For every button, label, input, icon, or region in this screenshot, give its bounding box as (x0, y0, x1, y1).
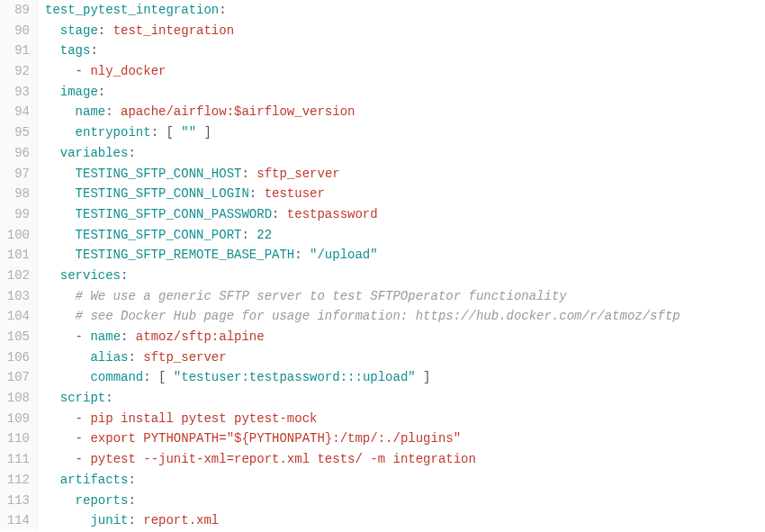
line-number: 97 (0, 164, 30, 185)
code-line[interactable]: - export PYTHONPATH="${PYTHONPATH}:/tmp/… (45, 428, 765, 449)
token: tags (60, 43, 91, 58)
token: "" (181, 125, 196, 140)
token: sftp_server (143, 350, 226, 365)
token: testuser (265, 186, 325, 201)
line-number: 106 (0, 347, 30, 368)
line-number: 101 (0, 245, 30, 266)
token: : (241, 167, 256, 181)
token: : (105, 391, 112, 405)
token: name (76, 104, 106, 119)
code-line[interactable]: tags: (45, 41, 765, 61)
token: : [ (143, 370, 174, 384)
token: apache/airflow:$airflow_version (121, 104, 355, 119)
token: entrypoint (76, 125, 151, 140)
code-line[interactable]: - name: atmoz/sftp:alpine (45, 327, 765, 347)
token: : (128, 146, 135, 160)
token: - (76, 411, 91, 426)
line-number: 105 (0, 327, 30, 347)
token: : (241, 228, 256, 242)
code-line[interactable]: alias: sftp_server (45, 347, 765, 368)
code-line[interactable]: variables: (45, 143, 765, 164)
line-number: 112 (0, 470, 30, 491)
token: : (294, 248, 310, 262)
code-line[interactable]: entrypoint: [ "" ] (45, 122, 765, 143)
token: : (121, 268, 128, 283)
code-line[interactable]: TESTING_SFTP_REMOTE_BASE_PATH: "/upload" (45, 245, 765, 266)
token: name (90, 329, 121, 344)
code-editor: 8990919293949596979899100101102103104105… (0, 0, 765, 531)
token: alias (90, 350, 128, 365)
code-line[interactable]: # see Docker Hub page for usage informat… (45, 306, 765, 327)
code-line[interactable]: command: [ "testuser:testpassword:::uplo… (45, 367, 765, 388)
code-line[interactable]: stage: test_integration (45, 21, 765, 41)
line-number: 100 (0, 225, 30, 246)
code-line[interactable]: TESTING_SFTP_CONN_PASSWORD: testpassword (45, 204, 765, 225)
line-number: 111 (0, 449, 30, 470)
token: export PYTHONPATH="${PYTHONPATH}:/tmp/:.… (90, 431, 461, 446)
line-number: 90 (0, 21, 30, 41)
code-line[interactable]: reports: (45, 491, 765, 511)
token: : (98, 23, 113, 38)
token: TESTING_SFTP_CONN_LOGIN (76, 186, 249, 201)
token: - (76, 329, 91, 344)
line-number: 107 (0, 367, 30, 388)
code-line[interactable]: name: apache/airflow:$airflow_version (45, 102, 765, 122)
code-line[interactable]: TESTING_SFTP_CONN_HOST: sftp_server (45, 164, 765, 185)
token: services (60, 268, 121, 283)
token: pytest --junit-xml=report.xml tests/ -m … (90, 452, 475, 466)
line-number-gutter: 8990919293949596979899100101102103104105… (0, 0, 38, 531)
token: ] (416, 370, 431, 384)
line-number: 114 (0, 510, 30, 531)
token: "/upload" (310, 248, 378, 262)
line-number: 103 (0, 286, 30, 307)
code-line[interactable]: image: (45, 82, 765, 103)
token: : (90, 43, 97, 58)
token: : (105, 104, 121, 119)
token: test_pytest_integration (45, 3, 219, 17)
code-line[interactable]: test_pytest_integration: (45, 0, 765, 21)
token: : (249, 186, 265, 201)
token: 22 (256, 228, 272, 242)
token: pip install pytest pytest-mock (90, 411, 317, 426)
line-number: 113 (0, 491, 30, 511)
token: - (76, 431, 91, 446)
code-line[interactable]: - pip install pytest pytest-mock (45, 409, 765, 429)
token: testpassword (287, 207, 378, 221)
token: : [ (151, 125, 182, 140)
line-number: 92 (0, 61, 30, 82)
token: test_integration (113, 23, 234, 38)
code-line[interactable]: services: (45, 266, 765, 286)
token: variables (60, 146, 129, 160)
token: ] (196, 125, 212, 140)
token: TESTING_SFTP_REMOTE_BASE_PATH (76, 248, 295, 262)
line-number: 109 (0, 409, 30, 429)
token: script (60, 391, 105, 405)
code-line[interactable]: script: (45, 388, 765, 409)
token: "testuser:testpassword:::upload" (174, 370, 416, 384)
token: : (219, 3, 226, 17)
code-line[interactable]: artifacts: (45, 470, 765, 491)
code-line[interactable]: - pytest --junit-xml=report.xml tests/ -… (45, 449, 765, 470)
token: stage (60, 23, 98, 38)
code-line[interactable]: TESTING_SFTP_CONN_LOGIN: testuser (45, 184, 765, 204)
line-number: 108 (0, 388, 30, 409)
line-number: 98 (0, 184, 30, 204)
token: - (76, 64, 91, 78)
code-content[interactable]: test_pytest_integration: stage: test_int… (38, 0, 765, 531)
token: report.xml (143, 513, 219, 527)
code-line[interactable]: # We use a generic SFTP server to test S… (45, 286, 765, 307)
code-line[interactable]: TESTING_SFTP_CONN_PORT: 22 (45, 225, 765, 246)
token: nly_docker (90, 64, 166, 78)
token: - (76, 452, 91, 466)
line-number: 102 (0, 266, 30, 286)
token: : (128, 473, 135, 487)
token: # We use a generic SFTP server to test S… (76, 289, 567, 303)
token: : (128, 350, 143, 365)
line-number: 89 (0, 0, 30, 21)
code-line[interactable]: - nly_docker (45, 61, 765, 82)
token: artifacts (60, 473, 129, 487)
token: sftp_server (256, 167, 339, 181)
token: command (90, 370, 143, 384)
code-line[interactable]: junit: report.xml (45, 510, 765, 531)
line-number: 110 (0, 428, 30, 449)
